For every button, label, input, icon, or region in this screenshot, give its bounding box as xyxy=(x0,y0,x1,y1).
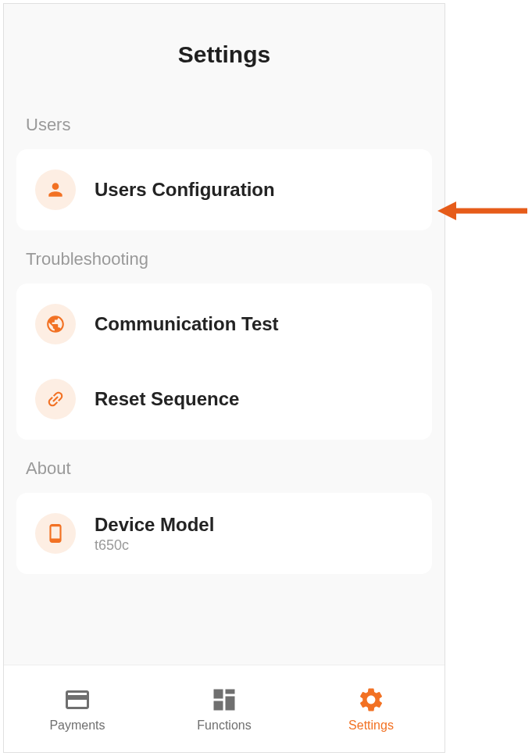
users-configuration-item[interactable]: Users Configuration xyxy=(16,152,432,227)
nav-label: Payments xyxy=(49,719,105,733)
settings-screen: Settings Users Users Configuration Troub… xyxy=(3,3,445,753)
nav-label: Functions xyxy=(197,719,251,733)
item-label: Communication Test xyxy=(95,313,279,335)
users-card: Users Configuration xyxy=(16,149,432,230)
card-icon xyxy=(63,686,91,714)
section-label-about: About xyxy=(4,440,445,493)
grid-icon xyxy=(210,686,238,714)
globe-icon xyxy=(35,304,76,344)
item-text: Users Configuration xyxy=(95,179,275,201)
phone-icon xyxy=(35,513,76,554)
item-text: Communication Test xyxy=(95,313,279,335)
communication-test-item[interactable]: Communication Test xyxy=(16,287,432,362)
device-model-item[interactable]: Device Model t650c xyxy=(16,496,432,571)
about-card: Device Model t650c xyxy=(16,493,432,574)
svg-marker-1 xyxy=(437,201,456,220)
item-label: Reset Sequence xyxy=(95,388,239,410)
bottom-nav: Payments Functions Settings xyxy=(4,665,445,752)
section-label-troubleshooting: Troubleshooting xyxy=(4,230,445,284)
item-text: Reset Sequence xyxy=(95,388,239,410)
item-label: Users Configuration xyxy=(95,179,275,201)
link-icon xyxy=(35,379,76,419)
nav-label: Settings xyxy=(348,719,394,733)
gear-icon xyxy=(357,686,385,714)
user-icon xyxy=(35,169,76,210)
item-text: Device Model t650c xyxy=(95,514,214,554)
troubleshooting-card: Communication Test Reset Sequence xyxy=(16,284,432,440)
item-sub: t650c xyxy=(95,537,214,554)
nav-payments[interactable]: Payments xyxy=(4,686,151,733)
reset-sequence-item[interactable]: Reset Sequence xyxy=(16,362,432,437)
annotation-arrow-icon xyxy=(437,195,531,230)
item-label: Device Model xyxy=(95,514,214,536)
page-title: Settings xyxy=(4,4,445,96)
content-area: Settings Users Users Configuration Troub… xyxy=(4,4,445,665)
nav-functions[interactable]: Functions xyxy=(151,686,298,733)
nav-settings[interactable]: Settings xyxy=(298,686,445,733)
section-label-users: Users xyxy=(4,96,445,149)
